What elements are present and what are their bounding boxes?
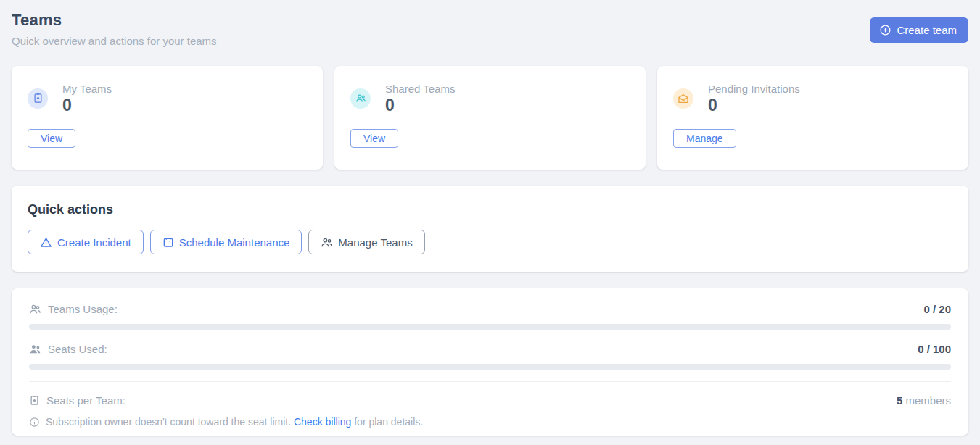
seats-used-row: Seats Used: 0 / 100	[29, 343, 951, 355]
note-text: Subscription owner doesn't count toward …	[46, 416, 291, 428]
shared-teams-card: Shared Teams 0 View	[334, 66, 646, 170]
stat-label: Shared Teams	[385, 83, 455, 95]
usage-divider	[29, 381, 951, 382]
seats-per-team-row: Seats per Team: 5 members	[29, 394, 951, 407]
users-icon	[350, 88, 371, 109]
note-text-after: for plan details.	[354, 416, 423, 428]
create-incident-button[interactable]: Create Incident	[28, 230, 144, 254]
stat-value: 0	[62, 97, 112, 114]
teams-usage-value: 0 / 20	[923, 303, 951, 315]
calendar-icon	[162, 236, 174, 248]
create-team-button[interactable]: Create team	[870, 17, 968, 43]
teams-overview-page: Teams Quick overview and actions for you…	[0, 0, 980, 445]
users-icon	[321, 236, 333, 249]
id-badge-icon	[29, 395, 40, 406]
id-badge-icon	[28, 88, 48, 109]
envelope-open-icon	[673, 88, 693, 109]
manage-invitations-button[interactable]: Manage	[673, 129, 736, 148]
stat-label: My Teams	[62, 83, 112, 95]
stat-cards-row: My Teams 0 View Shared Teams	[12, 66, 968, 170]
quick-actions-buttons: Create Incident Schedule Maintenance	[28, 230, 952, 254]
seat-limit-note: Subscription owner doesn't count toward …	[29, 416, 951, 428]
usage-card: Teams Usage: 0 / 20 Seats Used: 0 / 100	[12, 288, 968, 436]
teams-usage-progress-bar	[29, 324, 951, 330]
my-teams-card: My Teams 0 View	[12, 66, 323, 170]
seats-used-progress-bar	[29, 364, 951, 370]
stat-value: 0	[385, 97, 455, 114]
page-subtitle: Quick overview and actions for your team…	[12, 35, 217, 47]
quick-actions-card: Quick actions Create Incident	[12, 186, 968, 272]
plus-circle-icon	[879, 24, 892, 36]
page-header: Teams Quick overview and actions for you…	[12, 11, 968, 47]
users-filled-icon	[29, 343, 41, 355]
info-circle-icon	[29, 417, 40, 428]
stat-value: 0	[708, 97, 800, 114]
teams-usage-row: Teams Usage: 0 / 20	[29, 303, 951, 315]
seats-used-label: Seats Used:	[48, 343, 107, 355]
stat-label: Pending Invitations	[708, 83, 800, 95]
seats-per-team-value: 5 members	[897, 394, 951, 407]
check-billing-link[interactable]: Check billing	[294, 416, 351, 428]
pending-invitations-card: Pending Invitations 0 Manage	[657, 66, 968, 170]
view-shared-teams-button[interactable]: View	[350, 129, 398, 148]
seats-used-value: 0 / 100	[918, 343, 951, 355]
warning-triangle-icon	[40, 236, 52, 249]
users-outline-icon	[29, 303, 41, 315]
manage-teams-button[interactable]: Manage Teams	[308, 230, 424, 254]
seats-per-team-label: Seats per Team:	[46, 394, 125, 407]
quick-actions-title: Quick actions	[28, 202, 952, 217]
teams-usage-label: Teams Usage:	[48, 303, 118, 315]
page-header-text: Teams Quick overview and actions for you…	[12, 11, 217, 47]
schedule-maintenance-button[interactable]: Schedule Maintenance	[150, 230, 302, 254]
page-title: Teams	[12, 11, 217, 30]
view-my-teams-button[interactable]: View	[28, 129, 75, 148]
